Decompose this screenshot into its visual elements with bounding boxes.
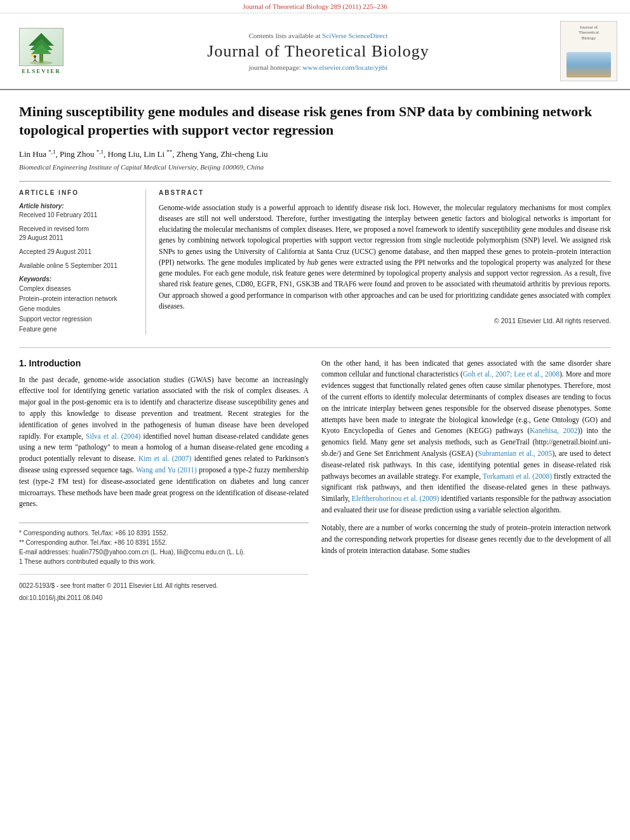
section-1-title: 1. Introduction <box>19 358 309 368</box>
journal-header: ELSEVIER Contents lists available at Sci… <box>0 13 630 90</box>
ref-goh: Goh et al., 2007; Lee et al., 2008 <box>463 370 560 378</box>
intro-right-text-1: On the other hand, it has been indicated… <box>321 358 611 516</box>
intro-left-column: 1. Introduction In the past decade, geno… <box>19 358 309 602</box>
intro-left-text: In the past decade, genome-wide associat… <box>19 375 309 510</box>
keyword-4: Support vector regression <box>19 314 135 324</box>
cover-label: Journal ofTheoreticalBiology <box>579 25 599 41</box>
ref-silva: Silva et al. (2004) <box>86 432 140 440</box>
footnote-equal: 1 These authors contributed equally to t… <box>19 557 309 566</box>
keyword-5: Feature gene <box>19 324 135 335</box>
article-info-abstract-section: ARTICLE INFO Article history: Received 1… <box>19 181 611 335</box>
article-title: Mining susceptibility gene modules and d… <box>19 103 611 139</box>
history-label: Article history: <box>19 203 135 210</box>
keywords-label: Keywords: <box>19 276 135 283</box>
authors-text: Lin Hua *,1, Ping Zhou *,1, Hong Liu, Li… <box>19 149 268 159</box>
homepage-label: journal homepage: <box>249 63 301 71</box>
abstract-copyright: © 2011 Elsevier Ltd. All rights reserved… <box>159 317 611 324</box>
ref-subramanian: Subramanian et al., 2005 <box>478 450 553 457</box>
elsevier-wordmark: ELSEVIER <box>22 68 61 74</box>
abstract-column: ABSTRACT Genome-wide association study i… <box>159 189 611 335</box>
doi-line: doi:10.1016/j.jtbi.2011.08.040 <box>19 594 309 601</box>
keyword-1: Complex diseases <box>19 284 135 294</box>
section-number: 1. <box>19 358 27 368</box>
affiliation-line: Biomedical Engineering Institute of Capi… <box>19 163 611 171</box>
svg-point-9 <box>31 54 34 57</box>
footnotes-area: * Corresponding authors. Tel./fax: +86 1… <box>19 523 309 601</box>
journal-main-title: Journal of Theoretical Biology <box>83 42 554 61</box>
ref-kanehisa: Kanehisa, 2002 <box>530 427 577 434</box>
article-info-column: ARTICLE INFO Article history: Received 1… <box>19 189 146 335</box>
abstract-body: Genome-wide association study is a power… <box>159 203 611 312</box>
footnote-email: E-mail addresses: hualin7750@yahoo.com.c… <box>19 547 309 557</box>
keyword-3: Gene modules <box>19 304 135 314</box>
abstract-heading: ABSTRACT <box>159 189 611 196</box>
sciverse-link[interactable]: SciVerse ScienceDirect <box>322 32 387 39</box>
elsevier-logo-area: ELSEVIER <box>13 28 83 74</box>
footnote-2: ** Corresponding author. Tel./fax: +86 1… <box>19 538 309 547</box>
received-date: Received 10 February 2011 <box>19 211 135 220</box>
cover-image-graphic <box>566 52 611 77</box>
main-content-area: Mining susceptibility gene modules and d… <box>0 90 630 614</box>
journal-homepage-line: journal homepage: www.elsevier.com/locat… <box>83 63 554 71</box>
journal-cover-box: Journal ofTheoreticalBiology <box>560 21 617 81</box>
introduction-section: 1. Introduction In the past decade, geno… <box>19 358 611 602</box>
contents-text: Contents lists available at <box>249 32 321 39</box>
footnote-1: * Corresponding authors. Tel./fax: +86 1… <box>19 528 309 538</box>
elsevier-logo: ELSEVIER <box>13 28 70 74</box>
journal-info-center: Contents lists available at SciVerse Sci… <box>83 32 554 71</box>
accepted-date: Accepted 29 August 2011 <box>19 248 135 257</box>
homepage-url[interactable]: www.elsevier.com/locate/yjtbi <box>303 63 388 71</box>
ref-torkamani: Torkamani et al. (2008) <box>483 472 552 480</box>
elsevier-tree-graphic <box>19 28 64 66</box>
journal-cover-area: Journal ofTheoreticalBiology <box>554 21 617 81</box>
article-info-heading: ARTICLE INFO <box>19 189 135 196</box>
journal-banner: Journal of Theoretical Biology 289 (2011… <box>0 0 630 13</box>
ref-kim: Kim et al. (2007) <box>138 455 192 462</box>
ref-elef: Eleftherohorinou et al. (2009) <box>352 495 439 502</box>
intro-right-column: On the other hand, it has been indicated… <box>321 358 611 602</box>
keyword-2: Protein–protein interaction network <box>19 294 135 304</box>
contents-available-line: Contents lists available at SciVerse Sci… <box>83 32 554 39</box>
footnote-divider <box>19 574 309 575</box>
section-divider-1 <box>19 347 611 348</box>
authors-line: Lin Hua *,1, Ping Zhou *,1, Hong Liu, Li… <box>19 148 611 159</box>
revised-date: Received in revised form29 August 2011 <box>19 225 135 243</box>
issn-line: 0022-5193/$ - see front matter © 2011 El… <box>19 582 309 589</box>
journal-citation: Journal of Theoretical Biology 289 (2011… <box>243 3 387 10</box>
ref-wang: Wang and Yu (2011) <box>136 466 197 474</box>
section-title: Introduction <box>29 358 81 368</box>
online-date: Available online 5 September 2011 <box>19 262 135 270</box>
intro-right-text-2: Notably, there are a number of works con… <box>321 523 611 556</box>
